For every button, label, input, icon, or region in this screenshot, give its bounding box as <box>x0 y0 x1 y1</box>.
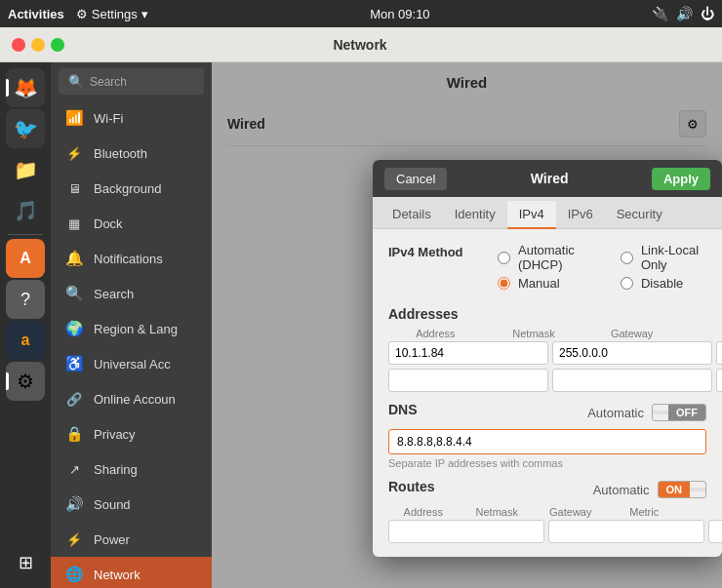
addresses-header: Address Netmask Gateway <box>388 328 706 339</box>
sidebar-item-power[interactable]: ⚡ Power <box>51 522 212 557</box>
route-netmask-input[interactable] <box>548 520 704 543</box>
address-input-2[interactable] <box>388 369 548 392</box>
route-address-input[interactable] <box>388 520 544 543</box>
sidebar-item-notifications[interactable]: 🔔 Notifications <box>51 241 212 276</box>
sidebar-item-label: Sound <box>94 497 198 512</box>
sidebar-item-sharing[interactable]: ↗ Sharing <box>51 451 212 487</box>
sidebar-item-label: Online Accoun <box>94 392 198 407</box>
dock-icon-appstore[interactable]: A <box>6 239 45 278</box>
sidebar-item-network[interactable]: 🌐 Network <box>51 557 212 588</box>
radio-auto-dhcp-input[interactable] <box>498 252 510 264</box>
sidebar-item-online[interactable]: 🔗 Online Accoun <box>51 381 212 416</box>
sidebar-search-box[interactable]: 🔍 <box>59 68 204 95</box>
grid-icon: ⊞ <box>19 552 33 573</box>
disable-label: Disable <box>641 276 683 291</box>
gateway-input-2[interactable] <box>716 369 722 392</box>
address-row-2: ✕ <box>388 369 706 392</box>
dock-icon-grid[interactable]: ⊞ <box>6 543 45 582</box>
activities-button[interactable]: Activities <box>8 7 64 21</box>
window-title: Network <box>64 37 656 53</box>
search-input[interactable] <box>90 75 194 89</box>
dock-icon-music[interactable]: 🎵 <box>6 191 45 230</box>
sidebar-item-label: Privacy <box>94 427 198 442</box>
music-icon: 🎵 <box>14 199 38 222</box>
dock-icon-help[interactable]: ? <box>6 280 45 319</box>
tab-identity[interactable]: Identity <box>443 201 507 229</box>
sidebar-item-universal[interactable]: ♿ Universal Acc <box>51 346 212 381</box>
dock-separator <box>8 234 43 235</box>
amazon-icon: a <box>21 332 30 349</box>
close-button[interactable] <box>12 38 25 52</box>
routes-auto-row: Automatic ON <box>593 481 706 498</box>
sidebar-item-label: Notifications <box>94 252 198 266</box>
dialog-header: Cancel Wired Apply <box>373 160 722 197</box>
dns-input[interactable] <box>388 429 706 454</box>
settings-window: Network 🦊 🐦 📁 🎵 A ? <box>0 27 722 588</box>
privacy-icon: 🔒 <box>64 424 84 444</box>
sidebar-item-label: Sharing <box>94 462 198 477</box>
routes-netmask-col: Netmask <box>462 506 533 518</box>
dock-icon-thunderbird[interactable]: 🐦 <box>6 109 45 148</box>
dns-toggle[interactable]: OFF <box>652 404 706 421</box>
settings-icon: ⚙ <box>76 7 88 21</box>
route-gateway-input[interactable] <box>708 520 722 543</box>
sidebar-item-dock[interactable]: ▦ Dock <box>51 206 212 241</box>
sidebar-item-region[interactable]: 🌍 Region & Lang <box>51 311 212 346</box>
sidebar-item-sound[interactable]: 🔊 Sound <box>51 487 212 522</box>
dock-icon-nav: ▦ <box>64 214 84 233</box>
dns-label: DNS <box>388 402 418 417</box>
routes-toggle[interactable]: ON <box>658 481 707 498</box>
sharing-icon: ↗ <box>64 459 84 479</box>
sidebar-item-label: Power <box>94 532 198 547</box>
settings-menu-label: Settings <box>92 7 138 21</box>
dns-auto-label: Automatic <box>587 406 644 420</box>
radio-link-local-input[interactable] <box>621 252 633 264</box>
network-icon: 🔌 <box>652 6 668 21</box>
routes-toggle-on: ON <box>659 482 691 497</box>
radio-manual-input[interactable] <box>498 277 510 290</box>
routes-remove-col <box>683 506 706 518</box>
dock-icon-firefox[interactable]: 🦊 <box>6 68 45 107</box>
netmask-input-2[interactable] <box>552 369 712 392</box>
volume-icon: 🔊 <box>676 6 693 21</box>
tab-details[interactable]: Details <box>381 201 443 229</box>
notifications-icon: 🔔 <box>64 249 84 268</box>
gateway-input-1[interactable] <box>716 341 722 365</box>
cancel-button[interactable]: Cancel <box>384 168 447 190</box>
dock-icon-amazon[interactable]: a <box>6 321 45 360</box>
routes-row-1: ✕ <box>388 520 706 543</box>
routes-label: Routes <box>388 479 434 494</box>
tab-ipv4[interactable]: IPv4 <box>507 201 556 229</box>
sidebar-item-privacy[interactable]: 🔒 Privacy <box>51 416 212 451</box>
dns-section: DNS Automatic OFF Separat <box>388 402 706 469</box>
main-layout: 🦊 🐦 📁 🎵 A ? a ⚙ <box>0 62 722 588</box>
tab-security[interactable]: Security <box>605 201 674 229</box>
sidebar-item-search[interactable]: 🔍 Search <box>51 276 212 311</box>
sidebar-item-bluetooth[interactable]: ⚡ Bluetooth <box>51 136 212 171</box>
dns-hint: Separate IP addresses with commas <box>388 457 706 469</box>
ipv4-options: Automatic (DHCP) Manual <box>498 243 706 291</box>
maximize-button[interactable] <box>51 38 64 52</box>
network-nav-icon: 🌐 <box>64 565 84 584</box>
help-icon: ? <box>20 290 30 310</box>
dock-icon-settings[interactable]: ⚙ <box>6 362 45 401</box>
netmask-input-1[interactable] <box>552 341 712 365</box>
topbar-left: Activities ⚙ Settings ▾ <box>8 7 148 21</box>
files-icon: 📁 <box>14 158 38 181</box>
sidebar-item-background[interactable]: 🖥 Background <box>51 171 212 206</box>
radio-disable-input[interactable] <box>621 277 633 290</box>
apply-button[interactable]: Apply <box>652 168 710 190</box>
dock-icon-files[interactable]: 📁 <box>6 150 45 189</box>
wired-dialog: Cancel Wired Apply Details Identity IPv4… <box>373 160 722 557</box>
settings-menu-button[interactable]: ⚙ Settings ▾ <box>76 7 148 21</box>
sidebar-item-wifi[interactable]: 📶 Wi-Fi <box>51 100 212 136</box>
tab-ipv6[interactable]: IPv6 <box>556 201 605 229</box>
gateway-col-header: Gateway <box>584 328 679 339</box>
routes-toggle-blank <box>690 488 705 491</box>
settings-dock-icon: ⚙ <box>17 370 34 393</box>
appstore-icon: A <box>20 250 31 267</box>
routes-address-col: Address <box>388 506 459 518</box>
sidebar-item-label: Wi-Fi <box>94 111 198 126</box>
minimize-button[interactable] <box>31 38 45 52</box>
address-input-1[interactable] <box>388 341 548 365</box>
